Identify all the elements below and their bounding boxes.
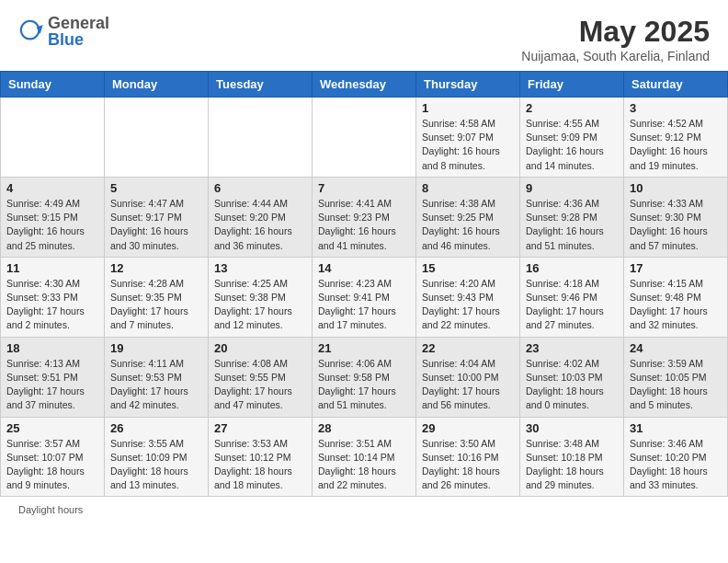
- day-number: 17: [630, 261, 722, 275]
- day-info: Sunrise: 4:25 AMSunset: 9:38 PMDaylight:…: [214, 277, 306, 333]
- day-header-wednesday: Wednesday: [313, 72, 416, 98]
- day-info: Sunrise: 4:44 AMSunset: 9:20 PMDaylight:…: [214, 197, 306, 253]
- day-info: Sunrise: 4:13 AMSunset: 9:51 PMDaylight:…: [6, 357, 98, 413]
- day-number: 22: [422, 341, 514, 355]
- day-info: Sunrise: 4:55 AMSunset: 9:09 PMDaylight:…: [526, 117, 618, 173]
- day-info: Sunrise: 4:15 AMSunset: 9:48 PMDaylight:…: [630, 277, 722, 333]
- day-cell: 20Sunrise: 4:08 AMSunset: 9:55 PMDayligh…: [209, 337, 313, 417]
- day-info: Sunrise: 3:48 AMSunset: 10:18 PMDaylight…: [526, 437, 618, 493]
- day-info: Sunrise: 3:57 AMSunset: 10:07 PMDaylight…: [6, 437, 98, 493]
- day-header-friday: Friday: [520, 72, 624, 98]
- week-row-1: 1Sunrise: 4:58 AMSunset: 9:07 PMDaylight…: [1, 98, 728, 178]
- day-number: 8: [422, 181, 514, 195]
- day-number: 1: [422, 101, 514, 115]
- day-info: Sunrise: 4:52 AMSunset: 9:12 PMDaylight:…: [630, 117, 722, 173]
- day-number: 2: [526, 101, 618, 115]
- logo-blue-text: Blue: [48, 31, 109, 48]
- day-cell: 26Sunrise: 3:55 AMSunset: 10:09 PMDaylig…: [105, 417, 209, 497]
- day-cell: [1, 98, 105, 178]
- logo: General Blue: [18, 15, 109, 48]
- week-row-4: 18Sunrise: 4:13 AMSunset: 9:51 PMDayligh…: [1, 337, 728, 417]
- day-cell: 3Sunrise: 4:52 AMSunset: 9:12 PMDaylight…: [624, 98, 728, 178]
- day-info: Sunrise: 4:04 AMSunset: 10:00 PMDaylight…: [422, 357, 514, 413]
- day-number: 29: [422, 421, 514, 435]
- day-cell: 16Sunrise: 4:18 AMSunset: 9:46 PMDayligh…: [520, 257, 624, 337]
- month-title: May 2025: [521, 15, 710, 49]
- day-cell: 5Sunrise: 4:47 AMSunset: 9:17 PMDaylight…: [105, 177, 209, 257]
- day-info: Sunrise: 3:50 AMSunset: 10:16 PMDaylight…: [422, 437, 514, 493]
- day-number: 23: [526, 341, 618, 355]
- day-cell: 17Sunrise: 4:15 AMSunset: 9:48 PMDayligh…: [624, 257, 728, 337]
- day-info: Sunrise: 4:49 AMSunset: 9:15 PMDaylight:…: [6, 197, 98, 253]
- day-info: Sunrise: 4:18 AMSunset: 9:46 PMDaylight:…: [526, 277, 618, 333]
- day-info: Sunrise: 4:20 AMSunset: 9:43 PMDaylight:…: [422, 277, 514, 333]
- day-number: 31: [630, 421, 722, 435]
- day-number: 4: [6, 181, 98, 195]
- day-info: Sunrise: 3:51 AMSunset: 10:14 PMDaylight…: [318, 437, 410, 493]
- logo-icon: [18, 18, 44, 44]
- week-row-2: 4Sunrise: 4:49 AMSunset: 9:15 PMDaylight…: [1, 177, 728, 257]
- week-row-3: 11Sunrise: 4:30 AMSunset: 9:33 PMDayligh…: [1, 257, 728, 337]
- day-cell: 13Sunrise: 4:25 AMSunset: 9:38 PMDayligh…: [209, 257, 313, 337]
- day-cell: 21Sunrise: 4:06 AMSunset: 9:58 PMDayligh…: [313, 337, 416, 417]
- day-number: 16: [526, 261, 618, 275]
- day-cell: 14Sunrise: 4:23 AMSunset: 9:41 PMDayligh…: [313, 257, 416, 337]
- title-block: May 2025 Nuijamaa, South Karelia, Finlan…: [521, 15, 710, 63]
- day-header-thursday: Thursday: [416, 72, 520, 98]
- day-number: 30: [526, 421, 618, 435]
- day-info: Sunrise: 4:36 AMSunset: 9:28 PMDaylight:…: [526, 197, 618, 253]
- day-cell: 6Sunrise: 4:44 AMSunset: 9:20 PMDaylight…: [209, 177, 313, 257]
- day-cell: 28Sunrise: 3:51 AMSunset: 10:14 PMDaylig…: [313, 417, 416, 497]
- day-info: Sunrise: 3:59 AMSunset: 10:05 PMDaylight…: [630, 357, 722, 413]
- day-info: Sunrise: 3:53 AMSunset: 10:12 PMDaylight…: [214, 437, 306, 493]
- day-number: 20: [214, 341, 306, 355]
- day-cell: 23Sunrise: 4:02 AMSunset: 10:03 PMDaylig…: [520, 337, 624, 417]
- day-info: Sunrise: 4:33 AMSunset: 9:30 PMDaylight:…: [630, 197, 722, 253]
- day-number: 7: [318, 181, 410, 195]
- day-info: Sunrise: 4:58 AMSunset: 9:07 PMDaylight:…: [422, 117, 514, 173]
- day-cell: 7Sunrise: 4:41 AMSunset: 9:23 PMDaylight…: [313, 177, 416, 257]
- day-number: 11: [6, 261, 98, 275]
- day-number: 21: [318, 341, 410, 355]
- day-number: 24: [630, 341, 722, 355]
- daylight-label: Daylight hours: [18, 504, 83, 515]
- day-cell: 29Sunrise: 3:50 AMSunset: 10:16 PMDaylig…: [416, 417, 520, 497]
- day-number: 5: [110, 181, 202, 195]
- day-cell: 19Sunrise: 4:11 AMSunset: 9:53 PMDayligh…: [105, 337, 209, 417]
- day-number: 3: [630, 101, 722, 115]
- header: General Blue May 2025 Nuijamaa, South Ka…: [0, 0, 728, 71]
- day-cell: 10Sunrise: 4:33 AMSunset: 9:30 PMDayligh…: [624, 177, 728, 257]
- day-cell: 30Sunrise: 3:48 AMSunset: 10:18 PMDaylig…: [520, 417, 624, 497]
- day-info: Sunrise: 3:46 AMSunset: 10:20 PMDaylight…: [630, 437, 722, 493]
- svg-point-0: [21, 21, 40, 40]
- day-cell: 8Sunrise: 4:38 AMSunset: 9:25 PMDaylight…: [416, 177, 520, 257]
- day-cell: 2Sunrise: 4:55 AMSunset: 9:09 PMDaylight…: [520, 98, 624, 178]
- day-cell: 25Sunrise: 3:57 AMSunset: 10:07 PMDaylig…: [1, 417, 105, 497]
- day-number: 10: [630, 181, 722, 195]
- day-cell: 22Sunrise: 4:04 AMSunset: 10:00 PMDaylig…: [416, 337, 520, 417]
- day-number: 6: [214, 181, 306, 195]
- day-cell: [105, 98, 209, 178]
- day-cell: 24Sunrise: 3:59 AMSunset: 10:05 PMDaylig…: [624, 337, 728, 417]
- day-cell: 4Sunrise: 4:49 AMSunset: 9:15 PMDaylight…: [1, 177, 105, 257]
- location-subtitle: Nuijamaa, South Karelia, Finland: [521, 49, 710, 63]
- footer: Daylight hours: [0, 497, 728, 523]
- week-row-5: 25Sunrise: 3:57 AMSunset: 10:07 PMDaylig…: [1, 417, 728, 497]
- days-header-row: SundayMondayTuesdayWednesdayThursdayFrid…: [1, 72, 728, 98]
- logo-general-text: General: [48, 15, 109, 31]
- day-cell: 27Sunrise: 3:53 AMSunset: 10:12 PMDaylig…: [209, 417, 313, 497]
- day-info: Sunrise: 4:28 AMSunset: 9:35 PMDaylight:…: [110, 277, 202, 333]
- day-number: 15: [422, 261, 514, 275]
- day-number: 12: [110, 261, 202, 275]
- day-cell: 9Sunrise: 4:36 AMSunset: 9:28 PMDaylight…: [520, 177, 624, 257]
- day-cell: 15Sunrise: 4:20 AMSunset: 9:43 PMDayligh…: [416, 257, 520, 337]
- day-header-sunday: Sunday: [1, 72, 105, 98]
- day-number: 26: [110, 421, 202, 435]
- day-number: 25: [6, 421, 98, 435]
- day-number: 13: [214, 261, 306, 275]
- day-info: Sunrise: 4:30 AMSunset: 9:33 PMDaylight:…: [6, 277, 98, 333]
- day-info: Sunrise: 4:41 AMSunset: 9:23 PMDaylight:…: [318, 197, 410, 253]
- day-number: 9: [526, 181, 618, 195]
- day-number: 19: [110, 341, 202, 355]
- day-number: 14: [318, 261, 410, 275]
